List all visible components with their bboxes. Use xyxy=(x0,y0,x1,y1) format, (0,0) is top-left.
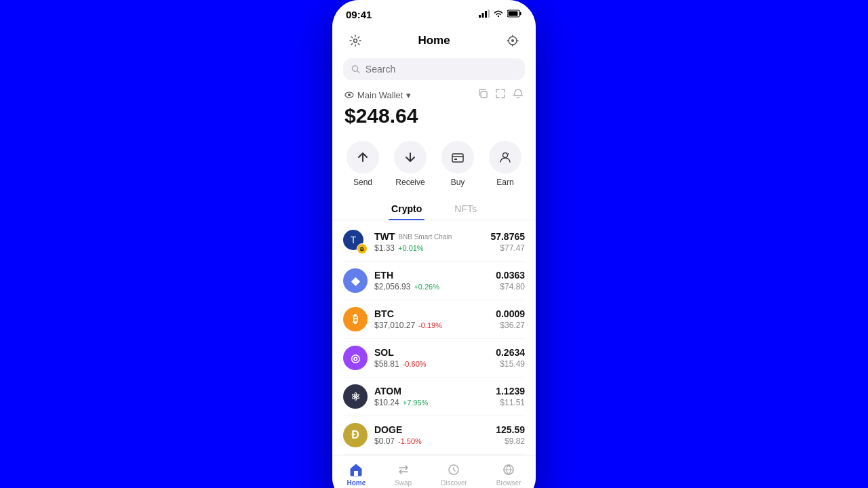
eth-icon: ◆ xyxy=(343,268,368,293)
list-item[interactable]: Ð DOGE $0.07 -1.50% 125.59 $9.82 xyxy=(343,416,525,455)
twt-amount: 57.8765 xyxy=(490,231,525,242)
nav-swap-label: Swap xyxy=(395,479,412,487)
eth-change: +0.26% xyxy=(414,283,439,291)
nav-home-label: Home xyxy=(347,479,366,487)
svg-rect-14 xyxy=(481,92,487,98)
sol-symbol: SOL xyxy=(374,347,394,358)
twt-symbol: TWT xyxy=(374,231,395,242)
svg-rect-3 xyxy=(488,9,490,18)
doge-amount: 125.59 xyxy=(496,424,525,435)
wallet-action-icons xyxy=(477,88,524,102)
earn-icon xyxy=(489,141,521,174)
twt-right: 57.8765 $77.47 xyxy=(490,231,525,253)
swap-nav-icon xyxy=(396,462,411,477)
crypto-left: T B TWT BNB Smart Chain $1.33 +0.01% xyxy=(343,230,452,254)
wallet-label-row: Main Wallet ▾ xyxy=(344,88,524,102)
settings-button[interactable] xyxy=(344,30,366,52)
sol-amount: 0.2634 xyxy=(496,347,525,358)
list-item[interactable]: ◎ SOL $58.81 -0.60% 0.2634 $15.49 xyxy=(343,339,525,378)
send-label: Send xyxy=(353,178,372,187)
btc-amount: 0.0009 xyxy=(496,308,525,319)
status-time: 09:41 xyxy=(346,9,372,20)
home-nav-icon xyxy=(349,462,363,477)
wallet-name: Main Wallet xyxy=(357,90,403,100)
btc-price: $37,010.27 xyxy=(374,321,415,330)
doge-icon: Ð xyxy=(343,423,368,447)
search-bar[interactable] xyxy=(343,58,525,80)
list-item[interactable]: ⚛ ATOM $10.24 +7.95% 1.1239 $11.51 xyxy=(343,378,525,416)
wallet-chevron: ▾ xyxy=(406,90,411,100)
crypto-left: Ð DOGE $0.07 -1.50% xyxy=(343,423,422,447)
search-input[interactable] xyxy=(366,64,517,75)
svg-rect-16 xyxy=(454,159,457,160)
header-title: Home xyxy=(418,34,450,47)
buy-icon xyxy=(441,141,474,174)
twt-value: $77.47 xyxy=(490,243,525,253)
eth-right: 0.0363 $74.80 xyxy=(496,270,525,291)
signal-icon xyxy=(479,8,490,20)
nav-browser-label: Browser xyxy=(496,479,521,487)
earn-button[interactable]: Earn xyxy=(489,141,521,187)
svg-rect-7 xyxy=(509,12,518,16)
btc-symbol: BTC xyxy=(374,308,394,319)
doge-symbol: DOGE xyxy=(374,424,402,435)
nav-home[interactable]: Home xyxy=(347,462,366,487)
list-item[interactable]: ₿ BTC $37,010.27 -0.19% 0.0009 $36.27 xyxy=(343,300,525,339)
status-bar: 09:41 xyxy=(332,0,536,24)
wallet-selector[interactable]: Main Wallet ▾ xyxy=(344,90,411,100)
receive-button[interactable]: Receive xyxy=(394,141,427,187)
svg-point-8 xyxy=(354,39,357,43)
svg-point-10 xyxy=(511,39,514,42)
notification-button[interactable] xyxy=(513,88,524,102)
receive-label: Receive xyxy=(395,178,425,187)
twt-chain: BNB Smart Chain xyxy=(398,233,452,241)
doge-right: 125.59 $9.82 xyxy=(496,424,525,446)
send-button[interactable]: Send xyxy=(347,141,379,187)
btc-icon: ₿ xyxy=(343,307,368,331)
wifi-icon xyxy=(493,8,504,20)
crypto-left: ◆ ETH $2,056.93 +0.26% xyxy=(343,268,439,293)
nav-swap[interactable]: Swap xyxy=(395,462,412,487)
list-item[interactable]: ◆ ETH $2,056.93 +0.26% 0.0363 $74.80 xyxy=(343,262,525,300)
doge-info: DOGE $0.07 -1.50% xyxy=(374,424,422,446)
twt-icon: T B xyxy=(343,230,368,254)
nav-discover[interactable]: Discover xyxy=(441,462,467,487)
list-item[interactable]: T B TWT BNB Smart Chain $1.33 +0.01% 57.… xyxy=(343,223,525,262)
atom-info: ATOM $10.24 +7.95% xyxy=(374,386,428,407)
svg-rect-1 xyxy=(482,13,484,18)
crypto-left: ⚛ ATOM $10.24 +7.95% xyxy=(343,384,428,409)
svg-point-13 xyxy=(348,94,351,96)
sol-info: SOL $58.81 -0.60% xyxy=(374,347,427,369)
sol-price: $58.81 xyxy=(374,359,399,369)
sol-change: -0.60% xyxy=(403,360,427,368)
copy-address-button[interactable] xyxy=(477,88,488,102)
tab-crypto[interactable]: Crypto xyxy=(389,198,425,220)
twt-info: TWT BNB Smart Chain $1.33 +0.01% xyxy=(374,231,452,253)
svg-rect-0 xyxy=(479,15,481,18)
svg-point-4 xyxy=(498,16,499,17)
search-icon xyxy=(351,64,360,74)
svg-rect-18 xyxy=(354,471,358,476)
wallet-section: Main Wallet ▾ xyxy=(332,88,536,136)
nav-browser[interactable]: Browser xyxy=(496,462,521,487)
wallet-balance: $248.64 xyxy=(344,104,524,127)
btc-info: BTC $37,010.27 -0.19% xyxy=(374,308,442,330)
sol-right: 0.2634 $15.49 xyxy=(496,347,525,369)
send-icon xyxy=(347,141,379,174)
sol-value: $15.49 xyxy=(496,359,525,369)
svg-rect-15 xyxy=(452,154,463,162)
bottom-navigation: Home Swap Discover Browser xyxy=(332,455,536,488)
action-buttons: Send Receive Buy xyxy=(332,136,536,198)
atom-right: 1.1239 $11.51 xyxy=(496,386,525,407)
sol-icon: ◎ xyxy=(343,346,368,370)
svg-rect-6 xyxy=(520,12,521,16)
twt-change: +0.01% xyxy=(398,244,424,252)
eth-symbol: ETH xyxy=(374,270,393,281)
atom-price: $10.24 xyxy=(374,398,399,407)
buy-button[interactable]: Buy xyxy=(441,141,474,187)
scan-button[interactable] xyxy=(502,30,524,52)
asset-tabs: Crypto NFTs xyxy=(332,198,536,220)
atom-symbol: ATOM xyxy=(374,386,401,396)
fullscreen-button[interactable] xyxy=(495,88,506,102)
tab-nfts[interactable]: NFTs xyxy=(452,198,479,220)
